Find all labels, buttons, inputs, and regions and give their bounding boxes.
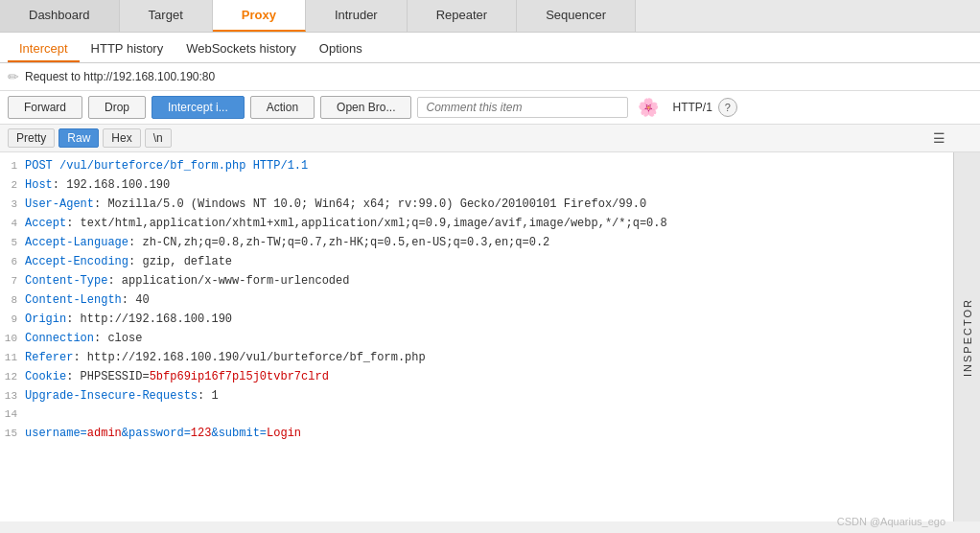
table-row: 5Accept-Language: zh-CN,zh;q=0.8,zh-TW;q…: [0, 233, 953, 252]
tab-http-history[interactable]: HTTP history: [80, 36, 175, 62]
line-content[interactable]: Upgrade-Insecure-Requests: 1: [25, 387, 949, 405]
line-number: 7: [4, 273, 25, 290]
pencil-icon: ✏: [8, 69, 19, 84]
table-row: 9Origin: http://192.168.100.190: [0, 310, 953, 329]
nav-repeater[interactable]: Repeater: [408, 0, 517, 32]
line-number: 10: [4, 331, 25, 347]
line-number: 4: [4, 216, 25, 232]
line-content[interactable]: Host: 192.168.100.190: [25, 176, 949, 194]
line-number: 6: [4, 254, 25, 270]
line-number: 2: [4, 177, 25, 194]
line-content[interactable]: POST /vul/burteforce/bf_form.php HTTP/1.…: [25, 157, 949, 174]
tab-websockets-history[interactable]: WebSockets history: [175, 36, 308, 62]
line-content[interactable]: Connection: close: [25, 330, 949, 347]
nav-sequencer[interactable]: Sequencer: [517, 0, 636, 32]
table-row: 4Accept: text/html,application/xhtml+xml…: [0, 214, 953, 233]
code-editor[interactable]: 1POST /vul/burteforce/bf_form.php HTTP/1…: [0, 152, 953, 521]
line-number: 9: [4, 312, 25, 328]
action-button[interactable]: Action: [250, 96, 315, 119]
inspector-label: INSPECTOR: [962, 298, 973, 377]
request-bar: ✏ Request to http://192.168.100.190:80: [0, 63, 980, 91]
comment-input[interactable]: [417, 97, 628, 118]
newline-button[interactable]: \n: [145, 128, 172, 148]
line-content[interactable]: Content-Length: 40: [25, 291, 949, 309]
menu-icon[interactable]: ☰: [933, 130, 945, 146]
drop-button[interactable]: Drop: [88, 96, 146, 119]
tab-intercept[interactable]: Intercept: [8, 36, 80, 62]
hex-button[interactable]: Hex: [103, 128, 140, 148]
line-content[interactable]: Origin: http://192.168.100.190: [25, 311, 949, 328]
table-row: 13Upgrade-Insecure-Requests: 1: [0, 386, 953, 406]
table-row: 1POST /vul/burteforce/bf_form.php HTTP/1…: [0, 156, 953, 175]
request-label: Request to http://192.168.100.190:80: [25, 70, 215, 83]
nav-target[interactable]: Target: [120, 0, 213, 32]
line-number: 1: [4, 158, 25, 174]
table-row: 11Referer: http://192.168.100.190/vul/bu…: [0, 348, 953, 367]
line-content[interactable]: Referer: http://192.168.100.190/vul/burt…: [25, 349, 949, 366]
line-number: 14: [4, 406, 25, 423]
table-row: 15username=admin&password=123&submit=Log…: [0, 424, 953, 443]
tab-options[interactable]: Options: [308, 36, 374, 62]
line-content[interactable]: Accept: text/html,application/xhtml+xml,…: [25, 215, 949, 232]
table-row: 7Content-Type: application/x-www-form-ur…: [0, 271, 953, 290]
pretty-button[interactable]: Pretty: [8, 128, 55, 148]
watermark: CSDN @Aquarius_ego: [837, 516, 945, 527]
line-number: 11: [4, 350, 25, 366]
nav-dashboard[interactable]: Dashboard: [0, 0, 120, 32]
raw-button[interactable]: Raw: [58, 128, 99, 148]
intercept-button[interactable]: Intercept i...: [152, 96, 245, 119]
table-row: 3User-Agent: Mozilla/5.0 (Windows NT 10.…: [0, 195, 953, 214]
sub-nav: Intercept HTTP history WebSockets histor…: [0, 33, 980, 63]
line-content[interactable]: Accept-Encoding: gzip, deflate: [25, 253, 949, 270]
line-content[interactable]: User-Agent: Mozilla/5.0 (Windows NT 10.0…: [25, 196, 949, 213]
open-browser-button[interactable]: Open Bro...: [320, 96, 411, 119]
http-version-label: HTTP/1: [672, 101, 712, 114]
forward-button[interactable]: Forward: [8, 96, 82, 119]
line-number: 13: [4, 388, 25, 405]
line-number: 5: [4, 235, 25, 251]
line-content[interactable]: Accept-Language: zh-CN,zh;q=0.8,zh-TW;q=…: [25, 234, 949, 251]
table-row: 10Connection: close: [0, 329, 953, 348]
line-content[interactable]: Content-Type: application/x-www-form-url…: [25, 272, 949, 290]
table-row: 12Cookie: PHPSESSID=5bfp69ip16f7pl5j0tvb…: [0, 367, 953, 386]
table-row: 8Content-Length: 40: [0, 290, 953, 310]
nav-proxy[interactable]: Proxy: [213, 0, 306, 32]
burp-logo-icon: 🌸: [638, 97, 659, 118]
help-button[interactable]: ?: [718, 98, 737, 117]
action-bar: Forward Drop Intercept i... Action Open …: [0, 91, 980, 125]
table-row: 6Accept-Encoding: gzip, deflate: [0, 252, 953, 271]
line-number: 15: [4, 426, 25, 442]
line-number: 3: [4, 197, 25, 213]
nav-intruder[interactable]: Intruder: [306, 0, 408, 32]
line-number: 8: [4, 292, 25, 309]
line-content[interactable]: username=admin&password=123&submit=Login: [25, 425, 949, 442]
format-bar: Pretty Raw Hex \n ☰: [0, 125, 980, 152]
line-content[interactable]: Cookie: PHPSESSID=5bfp69ip16f7pl5j0tvbr7…: [25, 368, 949, 385]
top-nav: Dashboard Target Proxy Intruder Repeater…: [0, 0, 980, 33]
inspector-sidebar: INSPECTOR: [953, 152, 980, 521]
table-row: 14: [0, 406, 953, 424]
table-row: 2Host: 192.168.100.190: [0, 175, 953, 195]
line-number: 12: [4, 369, 25, 385]
